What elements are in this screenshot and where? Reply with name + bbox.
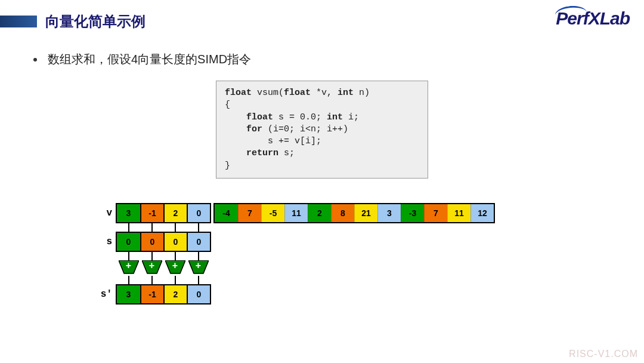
vector-cell: 0 [187, 204, 210, 222]
code-text: } [225, 161, 230, 171]
row-label-s: s [98, 236, 116, 247]
vector-cell: 12 [470, 204, 494, 222]
title-accent [0, 16, 37, 27]
bullet-text: 数组求和，假设4向量长度的SIMD指令 [48, 51, 251, 67]
code-text [225, 148, 246, 158]
code-text: { [225, 100, 230, 110]
bullet-row: 数组求和，假设4向量长度的SIMD指令 [0, 31, 644, 67]
connector-line [151, 252, 153, 260]
vector-s-row: s 0000 [98, 232, 495, 252]
connector-line [128, 223, 129, 232]
vector-cell: 11 [284, 204, 308, 222]
connector-line [198, 276, 199, 284]
connector-line [128, 252, 129, 260]
vector-sp-cells: 3-120 [116, 284, 211, 304]
plus-sign: + [142, 260, 162, 271]
code-kw: for [246, 124, 262, 134]
connector-line [198, 252, 199, 260]
code-text: i; [343, 112, 359, 122]
code-kw: int [327, 112, 343, 122]
code-text: (i=0; i<n; i++) [262, 124, 348, 134]
logo: PerfXLab [556, 8, 630, 29]
vector-cell: 0 [187, 285, 210, 303]
connector-line [198, 223, 199, 232]
code-kw: float [284, 88, 311, 98]
vector-cell: 3 [117, 204, 140, 222]
code-text: s; [278, 148, 295, 158]
connector-line [175, 223, 176, 232]
code-block: float vsum(float *v, int n) { float s = … [216, 81, 428, 179]
connector-line [151, 223, 153, 232]
vector-cell: 2 [308, 204, 331, 222]
code-kw: float [246, 112, 273, 122]
code-text: *v, [311, 88, 338, 98]
simd-diagram: v 3-120 -47-51128213-371112 s 0000 ++++ … [98, 203, 495, 304]
code-text: s = 0.0; [273, 112, 327, 122]
vector-cell: 0 [117, 233, 140, 251]
title-bar: 向量化简单示例 [0, 0, 644, 31]
row-label-v: v [98, 208, 116, 219]
vector-cell: 3 [117, 285, 140, 303]
vector-cell: -1 [140, 204, 163, 222]
vector-cell: -4 [215, 204, 238, 222]
vector-cell: 2 [163, 204, 187, 222]
connector-line [128, 276, 129, 284]
vector-cell: -3 [401, 204, 424, 222]
code-text: s += v[i]; [225, 136, 321, 146]
adder-row: ++++ [116, 260, 495, 276]
connector-line [175, 252, 176, 260]
connector-line [151, 276, 153, 284]
vector-cell: -1 [140, 285, 163, 303]
connector-lines [116, 223, 495, 232]
vector-cell: -5 [261, 204, 284, 222]
vector-cell: 11 [447, 204, 470, 222]
vector-cell: 3 [377, 204, 401, 222]
code-kw: float [225, 88, 252, 98]
vector-v-tail: -47-51128213-371112 [213, 203, 495, 223]
connector-lines [116, 276, 495, 284]
plus-sign: + [119, 260, 139, 271]
vector-cell: 0 [187, 233, 210, 251]
code-kw: int [338, 88, 354, 98]
row-label-sp: s' [98, 289, 116, 300]
plus-sign: + [165, 260, 185, 271]
plus-sign: + [188, 260, 209, 271]
vector-v-head: 3-120 [116, 203, 211, 223]
vector-cell: 2 [163, 285, 187, 303]
code-text [225, 112, 246, 122]
vector-cell: 7 [424, 204, 447, 222]
vector-cell: 0 [140, 233, 163, 251]
vector-cell: 21 [354, 204, 377, 222]
vector-cell: 8 [331, 204, 354, 222]
connector-line [175, 276, 176, 284]
vector-v-row: v 3-120 -47-51128213-371112 [98, 203, 495, 223]
bullet-icon [33, 58, 37, 61]
watermark: RISC-V1.COM [569, 349, 638, 359]
connector-lines [116, 252, 495, 260]
vector-sp-row: s' 3-120 [98, 284, 495, 304]
code-text [225, 124, 246, 134]
code-text: n) [354, 88, 370, 98]
page-title: 向量化简单示例 [45, 12, 145, 31]
vector-s-cells: 0000 [116, 232, 211, 252]
code-text: vsum( [252, 88, 284, 98]
vector-cell: 7 [238, 204, 261, 222]
vector-cell: 0 [163, 233, 187, 251]
code-kw: return [246, 148, 278, 158]
